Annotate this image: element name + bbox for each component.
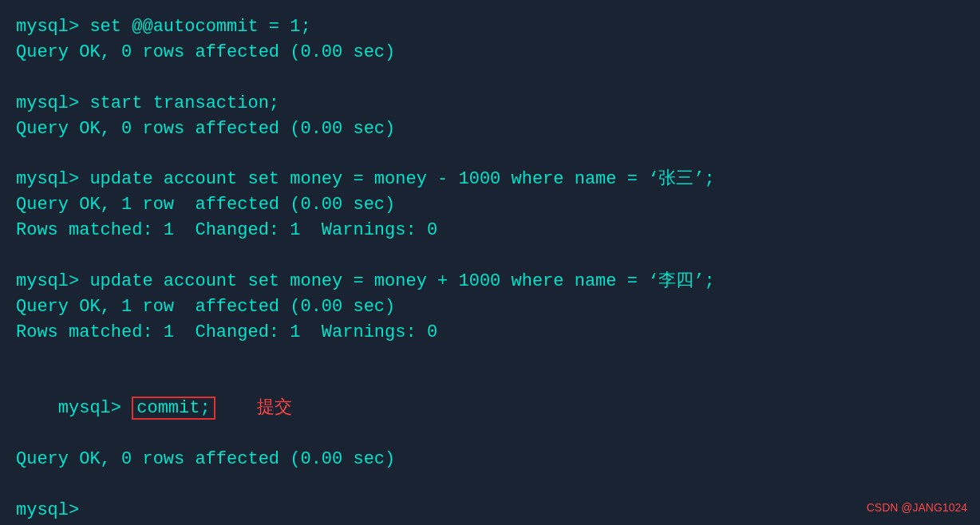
line-6: [16, 141, 964, 167]
line-12: Query OK, 1 row affected (0.00 sec): [16, 294, 964, 320]
line-14: [16, 345, 964, 371]
line-5: Query OK, 0 rows affected (0.00 sec): [16, 116, 964, 142]
line-9: Rows matched: 1 Changed: 1 Warnings: 0: [16, 218, 964, 243]
line-11: mysql> update account set money = money …: [16, 269, 964, 294]
line-8: Query OK, 1 row affected (0.00 sec): [16, 192, 964, 218]
line-10: [16, 243, 964, 269]
watermark: CSDN @JANG1024: [867, 499, 967, 515]
line-18: mysql>: [16, 498, 964, 523]
line-7: mysql> update account set money = money …: [16, 167, 964, 192]
terminal-window: mysql> set @@autocommit = 1; Query OK, 0…: [0, 0, 980, 525]
line-15-commit: mysql> commit; 提交: [16, 370, 964, 447]
line-4: mysql> start transaction;: [16, 91, 964, 116]
prompt-commit: mysql>: [58, 398, 132, 418]
line-17: [16, 472, 964, 498]
commit-command: commit;: [132, 397, 215, 420]
line-3: [16, 65, 964, 91]
line-2: Query OK, 0 rows affected (0.00 sec): [16, 40, 964, 65]
line-16: Query OK, 0 rows affected (0.00 sec): [16, 447, 964, 472]
line-1: mysql> set @@autocommit = 1;: [16, 14, 964, 40]
commit-annotation: 提交: [215, 398, 293, 418]
line-13: Rows matched: 1 Changed: 1 Warnings: 0: [16, 320, 964, 345]
